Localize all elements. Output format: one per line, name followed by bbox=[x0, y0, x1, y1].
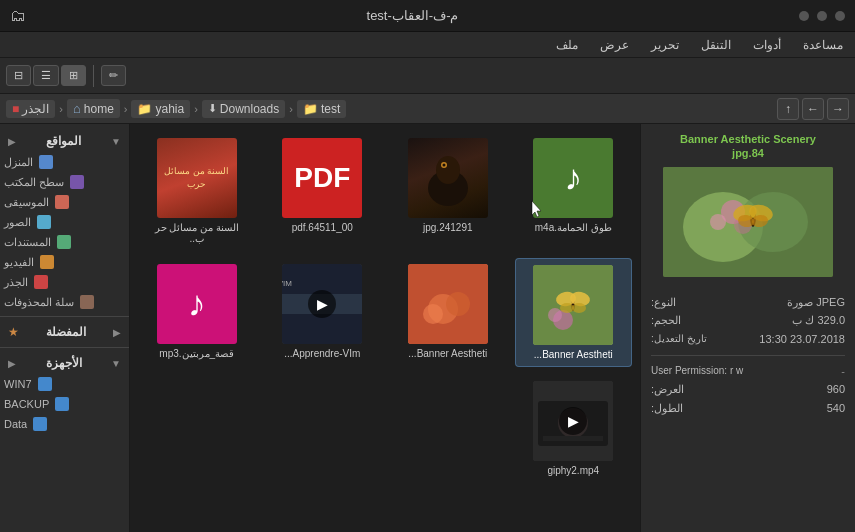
titlebar-app-icon: 🗂 bbox=[10, 7, 26, 25]
preview-title: Banner Aesthetic Scenery 84.jpg bbox=[649, 132, 847, 161]
preview-image-inner bbox=[663, 167, 833, 277]
butterfly1-svg bbox=[533, 265, 613, 345]
sidebar-devices-header[interactable]: ▼ الأجهزة ▶ bbox=[0, 352, 129, 374]
devices-arrow-icon: ▼ bbox=[111, 358, 121, 369]
file-type-row: JPEG صورة النوع: bbox=[651, 293, 845, 312]
file-name-butterfly1: Banner Aestheti... bbox=[534, 349, 613, 360]
svg-point-27 bbox=[423, 304, 443, 324]
nav-forward-button[interactable]: → bbox=[827, 98, 849, 120]
breadcrumb-root[interactable]: ■ الجذر bbox=[6, 100, 55, 118]
file-item-butterfly2[interactable]: Banner Aestheti... bbox=[389, 258, 507, 367]
menu-help[interactable]: مساعدة bbox=[799, 36, 847, 54]
backup-sidebar-icon bbox=[55, 397, 69, 411]
file-width-row: 960 العرض: bbox=[651, 380, 845, 399]
file-item-pdf1[interactable]: PDF 00_64511.pdf bbox=[264, 132, 382, 250]
file-name-pdf2: السنة من مسائل حرب.. bbox=[154, 222, 239, 244]
main-layout: Banner Aesthetic Scenery 84.jpg bbox=[0, 124, 855, 532]
breadcrumb-yahia[interactable]: 📁 yahia bbox=[131, 100, 190, 118]
sidebar-music-label: الموسيقى bbox=[4, 196, 49, 209]
file-height-value: 540 bbox=[827, 399, 845, 418]
sidebar-item-home[interactable]: المنزل bbox=[0, 152, 129, 172]
file-thumb-video2: ▶ bbox=[533, 381, 613, 461]
breadcrumb-home-label: home bbox=[84, 102, 114, 116]
bookmarks-arrow-icon: ▶ bbox=[113, 327, 121, 338]
file-modified-row: 23.07.2018 13:30 تاريخ التعديل: bbox=[651, 330, 845, 349]
sidebar-backup-label: BACKUP bbox=[4, 398, 49, 410]
view-details-button[interactable]: ☰ bbox=[33, 65, 59, 86]
sidebar-item-root[interactable]: الجذر bbox=[0, 272, 129, 292]
file-name-pdf1: 00_64511.pdf bbox=[292, 222, 353, 233]
root-sidebar-icon bbox=[34, 275, 48, 289]
sidebar-bookmarks-header[interactable]: ▶ المفضلة ★ bbox=[0, 321, 129, 343]
sidebar-pictures-label: الصور bbox=[4, 216, 31, 229]
file-thumb-butterfly2 bbox=[408, 264, 488, 344]
menu-view[interactable]: عرض bbox=[596, 36, 633, 54]
breadcrumb-root-label: الجذر bbox=[22, 102, 49, 116]
home-icon: ⌂ bbox=[73, 101, 81, 116]
file-name-video2: giphy2.mp4 bbox=[547, 465, 599, 476]
test-folder-icon: 📁 bbox=[303, 102, 318, 116]
menubar: مساعدة أدوات التنقل تحرير عرض ملف bbox=[0, 32, 855, 58]
menu-file[interactable]: ملف bbox=[552, 36, 582, 54]
toolbar-separator-1 bbox=[93, 65, 94, 87]
mp3-music-icon: ♪ bbox=[188, 283, 206, 325]
desktop-sidebar-icon bbox=[70, 175, 84, 189]
nav-back-button[interactable]: ← bbox=[802, 98, 824, 120]
sidebar-bookmarks-title: المفضلة bbox=[46, 325, 86, 339]
file-thumb-jpg1 bbox=[408, 138, 488, 218]
menu-edit[interactable]: تحرير bbox=[647, 36, 683, 54]
sidebar-item-documents[interactable]: المستندات bbox=[0, 232, 129, 252]
breadcrumb-home[interactable]: ⌂ home bbox=[67, 99, 120, 118]
file-item-butterfly1[interactable]: Banner Aestheti... bbox=[515, 258, 633, 367]
preview-svg bbox=[663, 167, 833, 277]
view-grid-button[interactable]: ⊞ bbox=[61, 65, 86, 86]
sidebar-root-label: الجذر bbox=[4, 276, 28, 289]
titlebar-dot-3[interactable] bbox=[799, 11, 809, 21]
breadcrumb-arrow-3: › bbox=[194, 103, 198, 115]
file-item-pdf2[interactable]: السنة من مسائل حرب السنة من مسائل حرب.. bbox=[138, 132, 256, 250]
left-panel: Banner Aesthetic Scenery 84.jpg bbox=[640, 124, 855, 532]
sidebar-divider-1 bbox=[0, 316, 129, 317]
downloads-icon: ⬇ bbox=[208, 102, 217, 115]
titlebar-dot-1[interactable] bbox=[835, 11, 845, 21]
sidebar-item-trash[interactable]: سلة المحذوفات bbox=[0, 292, 129, 312]
file-item-mp3[interactable]: ♪ قصة_مربتين.mp3 bbox=[138, 258, 256, 367]
home-sidebar-icon bbox=[39, 155, 53, 169]
sidebar-item-desktop[interactable]: سطح المكتب bbox=[0, 172, 129, 192]
menu-navigate[interactable]: التنقل bbox=[697, 36, 735, 54]
sidebar-item-music[interactable]: الموسيقى bbox=[0, 192, 129, 212]
file-item-video1[interactable]: VIM ▶ Apprendre-VIm... bbox=[264, 258, 382, 367]
svg-point-13 bbox=[436, 156, 460, 184]
file-item-audio[interactable]: ♪ طوق الحمامة.m4a bbox=[515, 132, 633, 250]
sidebar-item-win7[interactable]: WIN7 bbox=[0, 374, 129, 394]
nav-up-button[interactable]: ↑ bbox=[777, 98, 799, 120]
sidebar-places-title: المواقع bbox=[46, 134, 81, 148]
file-permission-row: - User Permission: r w bbox=[651, 362, 845, 381]
pdf2-content: السنة من مسائل حرب bbox=[157, 161, 237, 194]
svg-point-23 bbox=[572, 303, 586, 313]
breadcrumb-downloads[interactable]: ⬇ Downloads bbox=[202, 100, 285, 118]
sidebar-item-video[interactable]: الفيديو bbox=[0, 252, 129, 272]
sidebar-item-pictures[interactable]: الصور bbox=[0, 212, 129, 232]
file-name-audio: طوق الحمامة.m4a bbox=[535, 222, 612, 233]
view-list-button[interactable]: ⊟ bbox=[6, 65, 31, 86]
file-size-value: 329.0 ك ب bbox=[792, 311, 845, 330]
sidebar-places-header[interactable]: ▼ المواقع ▶ bbox=[0, 130, 129, 152]
titlebar-title: م-ف-العقاب-test bbox=[26, 8, 799, 23]
breadcrumb-test[interactable]: 📁 test bbox=[297, 100, 346, 118]
sidebar-item-backup[interactable]: BACKUP bbox=[0, 394, 129, 414]
edit-button[interactable]: ✏ bbox=[101, 65, 126, 86]
titlebar-dot-2[interactable] bbox=[817, 11, 827, 21]
menu-tools[interactable]: أدوات bbox=[749, 36, 785, 54]
data-sidebar-icon bbox=[33, 417, 47, 431]
sidebar-item-data[interactable]: Data bbox=[0, 414, 129, 434]
video2-play-overlay: ▶ bbox=[559, 407, 587, 435]
places-expand-icon: ▶ bbox=[8, 136, 16, 147]
titlebar: م-ف-العقاب-test 🗂 bbox=[0, 0, 855, 32]
file-item-jpg1[interactable]: 241291.jpg bbox=[389, 132, 507, 250]
sidebar-data-label: Data bbox=[4, 418, 27, 430]
pdf2-text: السنة من مسائل حرب bbox=[161, 165, 233, 190]
file-item-video2[interactable]: ▶ giphy2.mp4 bbox=[515, 375, 633, 482]
sidebar-desktop-label: سطح المكتب bbox=[4, 176, 64, 189]
file-grid-area[interactable]: ♪ طوق الحمامة.m4a bbox=[130, 124, 640, 532]
